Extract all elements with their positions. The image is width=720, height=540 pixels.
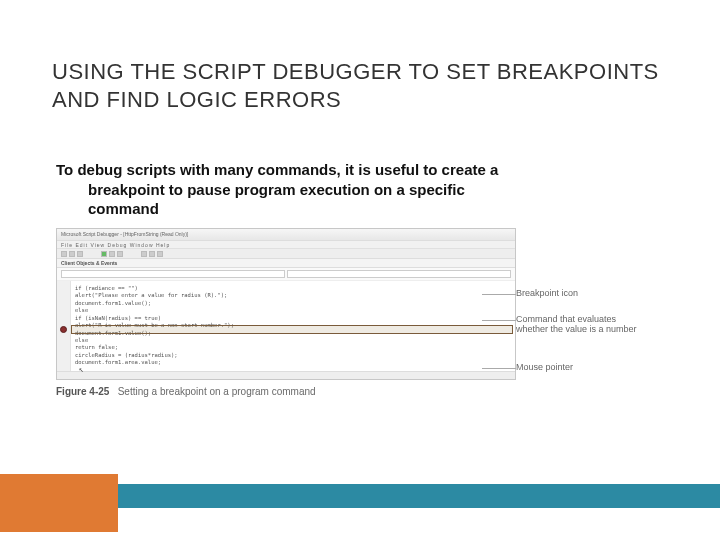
slide-title: USING THE SCRIPT DEBUGGER TO SET BREAKPO…: [52, 58, 680, 113]
toolbar-button[interactable]: [77, 251, 83, 257]
code-line: document.form1.value();: [75, 330, 511, 337]
body-text: To debug scripts with many commands, it …: [56, 160, 660, 219]
figure: Microsoft Script Debugger - [HttpFromStr…: [56, 228, 516, 397]
figure-label: Figure 4-25: [56, 386, 109, 397]
body-line-2: breakpoint to pause program execution on…: [56, 180, 660, 200]
figure-caption: Figure 4-25 Setting a breakpoint on a pr…: [56, 386, 516, 397]
code-line: if (radiance == ""): [75, 285, 511, 292]
ide-menu-bar: File Edit View Debug Window Help: [57, 241, 515, 249]
callout-label: Breakpoint icon: [516, 288, 578, 298]
code-line: if (isNaN(radius) == true): [75, 315, 511, 322]
slide: USING THE SCRIPT DEBUGGER TO SET BREAKPO…: [0, 0, 720, 540]
step-into-button[interactable]: [141, 251, 147, 257]
stop-button[interactable]: [117, 251, 123, 257]
code-line: return false;: [75, 344, 511, 351]
footer-block-orange: [0, 474, 118, 532]
step-out-button[interactable]: [157, 251, 163, 257]
callout-mouse: Mouse pointer: [516, 362, 573, 372]
breakpoint-icon[interactable]: [60, 326, 67, 333]
step-over-button[interactable]: [149, 251, 155, 257]
toolbar-button[interactable]: [61, 251, 67, 257]
event-dropdown[interactable]: [287, 270, 511, 278]
code-line: document.form1.value();: [75, 300, 511, 307]
ide-title-bar: Microsoft Script Debugger - [HttpFromStr…: [57, 229, 515, 241]
object-dropdown[interactable]: [61, 270, 285, 278]
figure-caption-text: Setting a breakpoint on a program comman…: [118, 386, 316, 397]
code-line: else: [75, 307, 511, 314]
ide-object-dropdowns: [57, 268, 515, 281]
mouse-pointer-icon: ↖: [79, 365, 84, 376]
callout-breakpoint: Breakpoint icon: [516, 288, 578, 298]
ide-code-area: if (radiance == "") alert("Please enter …: [57, 281, 515, 371]
callout-command: Command that evaluates whether the value…: [516, 314, 646, 334]
ide-window: Microsoft Script Debugger - [HttpFromStr…: [56, 228, 516, 380]
body-line-1: To debug scripts with many commands, it …: [56, 161, 498, 178]
ide-status-bar: [57, 371, 515, 379]
callout-label: Mouse pointer: [516, 362, 573, 372]
toolbar-button[interactable]: [69, 251, 75, 257]
ide-toolbar: [57, 249, 515, 259]
ide-panel-label: Client Objects & Events: [57, 259, 515, 268]
body-line-3: command: [56, 199, 660, 219]
callout-label: Command that evaluates whether the value…: [516, 314, 637, 334]
code-line: alert("Please enter a value for radius (…: [75, 292, 511, 299]
code-line: else: [75, 337, 511, 344]
run-button[interactable]: [101, 251, 107, 257]
code-line: document.form1.area.value;: [75, 359, 511, 366]
code-line: alert("R is value must be a non-start nu…: [75, 322, 511, 329]
code-line: circleRadius = (radius*radius);: [75, 352, 511, 359]
pause-button[interactable]: [109, 251, 115, 257]
